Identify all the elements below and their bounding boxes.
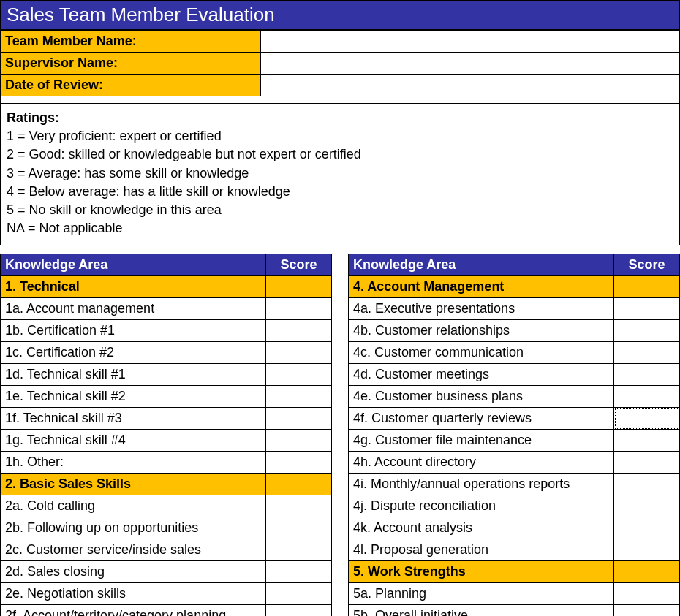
item-label: 1f. Technical skill #3 — [1, 408, 266, 430]
item-label: 1a. Account management — [1, 298, 266, 320]
member-name-value[interactable] — [261, 31, 680, 53]
score-cell[interactable] — [266, 386, 332, 408]
item-label: 1g. Technical skill #4 — [1, 430, 266, 452]
ratings-box: Ratings: 1 = Very proficient: expert or … — [0, 104, 680, 245]
left-column: Knowledge Area Score 1. Technical 1a. Ac… — [0, 254, 332, 616]
score-cell[interactable] — [614, 452, 680, 474]
item-label: 2b. Following up on opportunities — [1, 517, 266, 539]
score-cell[interactable] — [614, 408, 680, 430]
score-cell[interactable] — [266, 517, 332, 539]
score-cell[interactable] — [614, 320, 680, 342]
right-column: Knowledge Area Score 4. Account Manageme… — [348, 254, 680, 616]
score-cell[interactable] — [614, 474, 680, 495]
section-score-cell[interactable] — [614, 561, 680, 583]
col-header-score: Score — [614, 254, 680, 276]
score-cell[interactable] — [266, 495, 332, 517]
score-cell[interactable] — [266, 408, 332, 430]
item-label: 2a. Cold calling — [1, 495, 266, 517]
item-label: 4k. Account analysis — [349, 517, 614, 539]
ratings-line: NA = Not applicable — [7, 219, 673, 237]
section-technical: 1. Technical — [1, 276, 266, 298]
supervisor-name-value[interactable] — [261, 53, 680, 75]
item-label: 4d. Customer meetings — [349, 364, 614, 386]
item-label: 4g. Customer file maintenance — [349, 430, 614, 452]
ratings-line: 5 = No skill or knowledge in this area — [7, 201, 673, 219]
item-label: 4l. Proposal generation — [349, 539, 614, 561]
item-label: 4i. Monthly/annual operations reports — [349, 474, 614, 495]
score-cell[interactable] — [614, 364, 680, 386]
ratings-line: 3 = Average: has some skill or knowledge — [7, 164, 673, 183]
info-table: Team Member Name: Supervisor Name: Date … — [0, 30, 680, 96]
score-cell[interactable] — [266, 561, 332, 583]
ratings-heading: Ratings: — [7, 109, 673, 127]
item-label: 1h. Other: — [1, 452, 266, 474]
item-label: 2d. Sales closing — [1, 561, 266, 583]
ratings-line: 4 = Below average: has a little skill or… — [7, 183, 673, 201]
item-label: 2c. Customer service/inside sales — [1, 539, 266, 561]
knowledge-area-table-right: Knowledge Area Score 4. Account Manageme… — [348, 254, 680, 616]
score-cell[interactable] — [614, 386, 680, 408]
score-cell[interactable] — [614, 430, 680, 452]
score-cell[interactable] — [266, 342, 332, 364]
score-cell[interactable] — [266, 320, 332, 342]
supervisor-name-label: Supervisor Name: — [1, 53, 261, 75]
page-title: Sales Team Member Evaluation — [0, 0, 680, 30]
item-label: 5a. Planning — [349, 583, 614, 605]
item-label: 2e. Negotiation skills — [1, 583, 266, 605]
score-cell[interactable] — [614, 583, 680, 605]
item-label: 4e. Customer business plans — [349, 386, 614, 408]
item-label: 4b. Customer relationships — [349, 320, 614, 342]
score-cell[interactable] — [614, 539, 680, 561]
col-header-area: Knowledge Area — [349, 254, 614, 276]
score-cell[interactable] — [266, 298, 332, 320]
item-label: 4a. Executive presentations — [349, 298, 614, 320]
section-score-cell[interactable] — [614, 276, 680, 298]
section-account-management: 4. Account Management — [349, 276, 614, 298]
score-cell[interactable] — [266, 539, 332, 561]
score-cell[interactable] — [266, 430, 332, 452]
ratings-line: 1 = Very proficient: expert or certified — [7, 127, 673, 145]
item-label: 4j. Dispute reconciliation — [349, 495, 614, 517]
score-cell[interactable] — [614, 495, 680, 517]
spacer — [0, 96, 680, 104]
knowledge-area-table-left: Knowledge Area Score 1. Technical 1a. Ac… — [0, 254, 332, 616]
section-score-cell[interactable] — [266, 474, 332, 495]
score-cell[interactable] — [266, 583, 332, 605]
score-cell[interactable] — [614, 298, 680, 320]
item-label: 1d. Technical skill #1 — [1, 364, 266, 386]
item-label: 1e. Technical skill #2 — [1, 386, 266, 408]
item-label: 4f. Customer quarterly reviews — [349, 408, 614, 430]
section-basic-sales: 2. Basic Sales Skills — [1, 474, 266, 495]
section-score-cell[interactable] — [266, 276, 332, 298]
score-cell[interactable] — [266, 605, 332, 616]
item-label: 4c. Customer communication — [349, 342, 614, 364]
item-label: 4h. Account directory — [349, 452, 614, 474]
date-of-review-value[interactable] — [261, 75, 680, 96]
col-header-score: Score — [266, 254, 332, 276]
item-label: 5b. Overall initiative — [349, 605, 614, 616]
score-cell[interactable] — [266, 452, 332, 474]
member-name-label: Team Member Name: — [1, 31, 261, 53]
score-cell[interactable] — [614, 605, 680, 616]
col-header-area: Knowledge Area — [1, 254, 266, 276]
score-cell[interactable] — [266, 364, 332, 386]
item-label: 2f. Account/territory/category planning — [1, 605, 266, 616]
section-work-strengths: 5. Work Strengths — [349, 561, 614, 583]
item-label: 1c. Certification #2 — [1, 342, 266, 364]
score-cell[interactable] — [614, 517, 680, 539]
date-of-review-label: Date of Review: — [1, 75, 261, 96]
score-cell[interactable] — [614, 342, 680, 364]
ratings-line: 2 = Good: skilled or knowledgeable but n… — [7, 145, 673, 164]
item-label: 1b. Certification #1 — [1, 320, 266, 342]
